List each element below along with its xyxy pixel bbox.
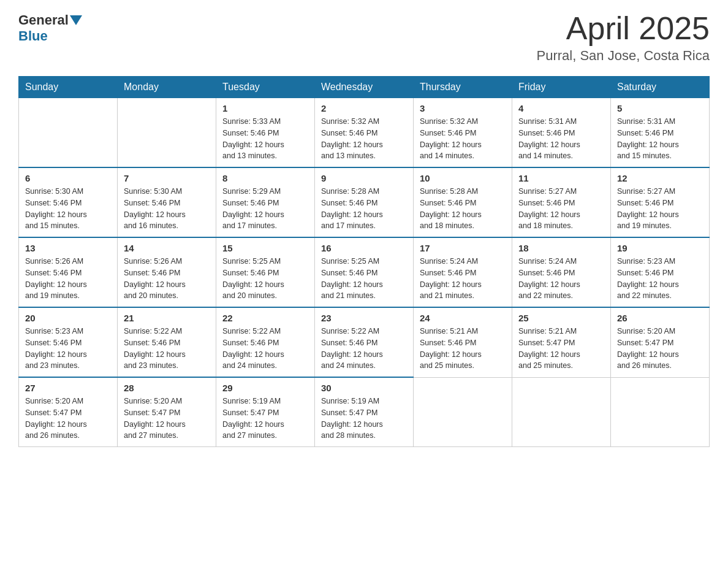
calendar-header-monday: Monday xyxy=(118,77,216,98)
calendar-day-cell: 23Sunrise: 5:22 AMSunset: 5:46 PMDayligh… xyxy=(315,307,414,377)
calendar-day-cell xyxy=(118,98,216,168)
day-number: 2 xyxy=(321,103,407,113)
page-header: General Blue April 2025 Purral, San Jose… xyxy=(18,12,710,64)
calendar-week-row: 1Sunrise: 5:33 AMSunset: 5:46 PMDaylight… xyxy=(19,98,710,168)
calendar-day-cell: 12Sunrise: 5:27 AMSunset: 5:46 PMDayligh… xyxy=(611,167,710,237)
calendar-header-tuesday: Tuesday xyxy=(216,77,315,98)
calendar-day-cell: 2Sunrise: 5:32 AMSunset: 5:46 PMDaylight… xyxy=(315,98,414,168)
calendar-day-cell: 30Sunrise: 5:19 AMSunset: 5:47 PMDayligh… xyxy=(315,377,414,447)
calendar-day-cell: 3Sunrise: 5:32 AMSunset: 5:46 PMDaylight… xyxy=(414,98,512,168)
day-info: Sunrise: 5:21 AMSunset: 5:46 PMDaylight:… xyxy=(420,326,506,372)
day-number: 19 xyxy=(617,243,703,253)
day-info: Sunrise: 5:24 AMSunset: 5:46 PMDaylight:… xyxy=(420,256,506,302)
day-number: 24 xyxy=(420,313,506,323)
logo-triangle-icon xyxy=(70,15,82,25)
day-number: 29 xyxy=(222,383,308,393)
calendar-day-cell xyxy=(611,377,710,447)
day-info: Sunrise: 5:22 AMSunset: 5:46 PMDaylight:… xyxy=(321,326,407,372)
calendar-day-cell: 15Sunrise: 5:25 AMSunset: 5:46 PMDayligh… xyxy=(216,237,315,307)
calendar-day-cell: 4Sunrise: 5:31 AMSunset: 5:46 PMDaylight… xyxy=(512,98,611,168)
day-number: 6 xyxy=(25,173,111,183)
calendar-day-cell: 25Sunrise: 5:21 AMSunset: 5:47 PMDayligh… xyxy=(512,307,611,377)
day-number: 25 xyxy=(518,313,604,323)
calendar-day-cell: 1Sunrise: 5:33 AMSunset: 5:46 PMDaylight… xyxy=(216,98,315,168)
calendar-day-cell: 8Sunrise: 5:29 AMSunset: 5:46 PMDaylight… xyxy=(216,167,315,237)
day-number: 28 xyxy=(124,383,210,393)
day-info: Sunrise: 5:24 AMSunset: 5:46 PMDaylight:… xyxy=(518,256,604,302)
calendar-day-cell: 21Sunrise: 5:22 AMSunset: 5:46 PMDayligh… xyxy=(118,307,216,377)
calendar-day-cell: 13Sunrise: 5:26 AMSunset: 5:46 PMDayligh… xyxy=(19,237,118,307)
calendar-day-cell: 18Sunrise: 5:24 AMSunset: 5:46 PMDayligh… xyxy=(512,237,611,307)
calendar-day-cell: 5Sunrise: 5:31 AMSunset: 5:46 PMDaylight… xyxy=(611,98,710,168)
logo-blue-text: Blue xyxy=(18,28,48,44)
day-info: Sunrise: 5:32 AMSunset: 5:46 PMDaylight:… xyxy=(321,116,407,162)
day-number: 7 xyxy=(124,173,210,183)
day-info: Sunrise: 5:22 AMSunset: 5:46 PMDaylight:… xyxy=(124,326,210,372)
day-info: Sunrise: 5:22 AMSunset: 5:46 PMDaylight:… xyxy=(222,326,308,372)
day-info: Sunrise: 5:25 AMSunset: 5:46 PMDaylight:… xyxy=(222,256,308,302)
day-info: Sunrise: 5:31 AMSunset: 5:46 PMDaylight:… xyxy=(518,116,604,162)
day-info: Sunrise: 5:32 AMSunset: 5:46 PMDaylight:… xyxy=(420,116,506,162)
calendar-day-cell xyxy=(414,377,512,447)
calendar-day-cell xyxy=(512,377,611,447)
calendar-day-cell: 20Sunrise: 5:23 AMSunset: 5:46 PMDayligh… xyxy=(19,307,118,377)
day-info: Sunrise: 5:28 AMSunset: 5:46 PMDaylight:… xyxy=(321,186,407,232)
calendar-day-cell: 17Sunrise: 5:24 AMSunset: 5:46 PMDayligh… xyxy=(414,237,512,307)
day-info: Sunrise: 5:29 AMSunset: 5:46 PMDaylight:… xyxy=(222,186,308,232)
title-section: April 2025 Purral, San Jose, Costa Rica xyxy=(537,12,710,64)
calendar-day-cell: 7Sunrise: 5:30 AMSunset: 5:46 PMDaylight… xyxy=(118,167,216,237)
calendar-header-wednesday: Wednesday xyxy=(315,77,414,98)
calendar-table: SundayMondayTuesdayWednesdayThursdayFrid… xyxy=(18,76,710,447)
day-info: Sunrise: 5:20 AMSunset: 5:47 PMDaylight:… xyxy=(124,396,210,442)
day-number: 3 xyxy=(420,103,506,113)
logo-general-text: General xyxy=(18,12,69,28)
day-number: 22 xyxy=(222,313,308,323)
calendar-day-cell: 9Sunrise: 5:28 AMSunset: 5:46 PMDaylight… xyxy=(315,167,414,237)
day-info: Sunrise: 5:23 AMSunset: 5:46 PMDaylight:… xyxy=(25,326,111,372)
day-info: Sunrise: 5:26 AMSunset: 5:46 PMDaylight:… xyxy=(124,256,210,302)
day-info: Sunrise: 5:20 AMSunset: 5:47 PMDaylight:… xyxy=(617,326,703,372)
calendar-header-friday: Friday xyxy=(512,77,611,98)
day-info: Sunrise: 5:28 AMSunset: 5:46 PMDaylight:… xyxy=(420,186,506,232)
day-number: 5 xyxy=(617,103,703,113)
calendar-week-row: 13Sunrise: 5:26 AMSunset: 5:46 PMDayligh… xyxy=(19,237,710,307)
day-info: Sunrise: 5:23 AMSunset: 5:46 PMDaylight:… xyxy=(617,256,703,302)
day-number: 15 xyxy=(222,243,308,253)
day-number: 27 xyxy=(25,383,111,393)
day-number: 20 xyxy=(25,313,111,323)
calendar-day-cell: 14Sunrise: 5:26 AMSunset: 5:46 PMDayligh… xyxy=(118,237,216,307)
calendar-week-row: 20Sunrise: 5:23 AMSunset: 5:46 PMDayligh… xyxy=(19,307,710,377)
day-number: 8 xyxy=(222,173,308,183)
calendar-week-row: 6Sunrise: 5:30 AMSunset: 5:46 PMDaylight… xyxy=(19,167,710,237)
day-number: 4 xyxy=(518,103,604,113)
calendar-header-sunday: Sunday xyxy=(19,77,118,98)
calendar-day-cell: 11Sunrise: 5:27 AMSunset: 5:46 PMDayligh… xyxy=(512,167,611,237)
calendar-day-cell: 19Sunrise: 5:23 AMSunset: 5:46 PMDayligh… xyxy=(611,237,710,307)
day-info: Sunrise: 5:31 AMSunset: 5:46 PMDaylight:… xyxy=(617,116,703,162)
day-info: Sunrise: 5:27 AMSunset: 5:46 PMDaylight:… xyxy=(617,186,703,232)
calendar-header-thursday: Thursday xyxy=(414,77,512,98)
calendar-week-row: 27Sunrise: 5:20 AMSunset: 5:47 PMDayligh… xyxy=(19,377,710,447)
calendar-header-saturday: Saturday xyxy=(611,77,710,98)
calendar-day-cell: 6Sunrise: 5:30 AMSunset: 5:46 PMDaylight… xyxy=(19,167,118,237)
day-number: 11 xyxy=(518,173,604,183)
day-info: Sunrise: 5:27 AMSunset: 5:46 PMDaylight:… xyxy=(518,186,604,232)
day-number: 1 xyxy=(222,103,308,113)
month-title: April 2025 xyxy=(537,12,710,44)
day-info: Sunrise: 5:19 AMSunset: 5:47 PMDaylight:… xyxy=(222,396,308,442)
day-info: Sunrise: 5:26 AMSunset: 5:46 PMDaylight:… xyxy=(25,256,111,302)
day-info: Sunrise: 5:25 AMSunset: 5:46 PMDaylight:… xyxy=(321,256,407,302)
calendar-day-cell: 24Sunrise: 5:21 AMSunset: 5:46 PMDayligh… xyxy=(414,307,512,377)
calendar-day-cell: 10Sunrise: 5:28 AMSunset: 5:46 PMDayligh… xyxy=(414,167,512,237)
day-info: Sunrise: 5:30 AMSunset: 5:46 PMDaylight:… xyxy=(124,186,210,232)
day-number: 18 xyxy=(518,243,604,253)
day-number: 12 xyxy=(617,173,703,183)
calendar-day-cell: 29Sunrise: 5:19 AMSunset: 5:47 PMDayligh… xyxy=(216,377,315,447)
day-info: Sunrise: 5:20 AMSunset: 5:47 PMDaylight:… xyxy=(25,396,111,442)
day-number: 26 xyxy=(617,313,703,323)
day-info: Sunrise: 5:19 AMSunset: 5:47 PMDaylight:… xyxy=(321,396,407,442)
calendar-day-cell: 22Sunrise: 5:22 AMSunset: 5:46 PMDayligh… xyxy=(216,307,315,377)
calendar-header-row: SundayMondayTuesdayWednesdayThursdayFrid… xyxy=(19,77,710,98)
calendar-day-cell: 16Sunrise: 5:25 AMSunset: 5:46 PMDayligh… xyxy=(315,237,414,307)
day-info: Sunrise: 5:33 AMSunset: 5:46 PMDaylight:… xyxy=(222,116,308,162)
